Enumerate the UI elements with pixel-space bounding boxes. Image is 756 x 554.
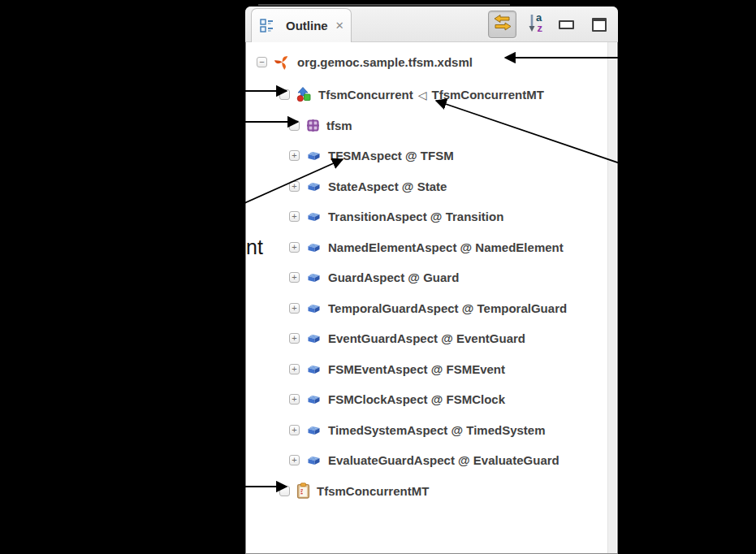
tree-node-label-target: TfsmConcurrentMT — [431, 88, 543, 102]
tree-row[interactable]: − org.gemoc.sample.tfsm.xdsml — [245, 44, 618, 80]
expand-toggle[interactable]: + — [289, 242, 300, 253]
outline-view-panel: Outline ✕ a z — [245, 6, 618, 554]
tree-row[interactable]: tfsm — [245, 110, 618, 141]
tree-row[interactable]: + NamedElementAspect @ NamedElement — [245, 232, 618, 263]
tree-node-label: org.gemoc.sample.tfsm.xdsml — [297, 55, 473, 69]
tree-row[interactable]: + EvaluateGuardAspect @ EvaluateGuard — [245, 445, 618, 476]
aspect-icon — [306, 454, 322, 466]
vertical-scrollbar[interactable] — [607, 42, 616, 553]
tree-node-label: TransitionAspect @ Transition — [328, 210, 503, 223]
expand-toggle[interactable]: + — [289, 394, 300, 405]
expand-toggle[interactable]: + — [289, 425, 300, 435]
sort-letter-z: z — [538, 22, 543, 34]
aspect-icon — [306, 241, 322, 253]
cropped-background-text: nt — [246, 236, 263, 259]
maximize-button[interactable] — [592, 18, 607, 32]
aspect-icon — [306, 424, 322, 436]
sort-alphabetical-icon: a z — [528, 11, 547, 37]
tree-node-label: tfsm — [326, 119, 352, 132]
tree-row[interactable]: + TemporalGuardAspect @ TemporalGuard — [245, 293, 618, 324]
tree-node-label: EventGuardAspect @ EventGuard — [328, 331, 525, 345]
link-with-editor-icon — [493, 13, 512, 36]
window-top-edge — [258, 4, 510, 6]
expand-toggle[interactable]: + — [289, 303, 300, 314]
tree-node-label: TfsmConcurrentMT — [317, 484, 429, 498]
tree-node-label: StateAspect @ State — [328, 180, 447, 193]
tab-outline[interactable]: Outline ✕ — [251, 8, 352, 42]
aspect-icon — [306, 180, 322, 193]
tree-node-label: FSMClockAspect @ FSMClock — [328, 392, 505, 406]
tree-row[interactable]: + TimedSystemAspect @ TimedSystem — [245, 415, 618, 446]
aspect-icon — [306, 149, 322, 162]
expand-toggle[interactable] — [289, 120, 300, 131]
expand-toggle[interactable]: + — [289, 364, 300, 374]
tree-row[interactable]: + FSMClockAspect @ FSMClock — [245, 384, 618, 415]
tree-node-label: TemporalGuardAspect @ TemporalGuard — [328, 301, 567, 315]
tree-row[interactable]: + TFSMAspect @ TFSM — [245, 141, 618, 171]
expand-toggle[interactable] — [279, 89, 290, 100]
tree-node-label: EvaluateGuardAspect @ EvaluateGuard — [328, 453, 559, 467]
expand-toggle[interactable]: + — [289, 181, 300, 192]
expand-toggle[interactable]: + — [289, 455, 300, 465]
tree-row[interactable]: + TransitionAspect @ Transition — [245, 201, 618, 232]
minimize-icon — [559, 20, 574, 29]
view-header: Outline ✕ a z — [245, 6, 618, 42]
tree-row[interactable]: + EventGuardAspect @ EventGuard — [245, 323, 618, 354]
expand-toggle[interactable]: + — [289, 211, 300, 222]
aspect-icon — [306, 302, 322, 314]
minimize-button[interactable] — [559, 20, 581, 29]
gemoc-model-icon — [274, 54, 291, 71]
tree-node-label: GuardAspect @ Guard — [328, 271, 459, 284]
tree-node-label: TFSMAspect @ TFSM — [328, 149, 454, 162]
aspect-icon — [306, 332, 322, 344]
aspect-icon — [306, 271, 322, 283]
outline-tree: − org.gemoc.sample.tfsm.xdsml — [245, 42, 618, 554]
tree-node-label: NamedElementAspect @ NamedElement — [328, 240, 564, 254]
tree-row[interactable]: + StateAspect @ State — [245, 171, 618, 202]
tree-row[interactable]: TfsmConcurrentMT — [245, 476, 618, 507]
aspect-icon — [306, 210, 322, 223]
expand-toggle[interactable]: + — [289, 333, 300, 344]
aspect-icon — [306, 393, 322, 405]
aspect-icon — [306, 363, 322, 375]
expand-toggle[interactable]: + — [289, 272, 300, 283]
sort-alphabetical-button[interactable]: a z — [528, 11, 547, 37]
tab-close-icon[interactable]: ✕ — [335, 19, 344, 32]
moc-clipboard-icon — [296, 483, 310, 499]
collapse-toggle[interactable]: − — [257, 57, 267, 67]
tab-label: Outline — [286, 19, 328, 32]
tree-node-label: TfsmConcurrent — [318, 88, 413, 102]
expand-toggle[interactable] — [279, 486, 290, 496]
outline-view-icon — [260, 19, 274, 32]
metamodel-icon — [306, 119, 320, 132]
tree-node-label: FSMEventAspect @ FSMEvent — [328, 362, 505, 376]
tree-row[interactable]: + FSMEventAspect @ FSMEvent — [245, 354, 618, 385]
tree-row[interactable]: + GuardAspect @ Guard — [245, 262, 618, 293]
tree-node-label: TimedSystemAspect @ TimedSystem — [328, 423, 546, 437]
expand-toggle[interactable]: + — [289, 150, 300, 161]
language-icon — [296, 87, 312, 102]
maximize-icon — [592, 18, 607, 32]
inherits-triangle-icon: ◁ — [418, 89, 427, 102]
view-toolbar: a z — [488, 6, 607, 42]
link-with-editor-button[interactable] — [488, 11, 516, 38]
tree-row[interactable]: TfsmConcurrent ◁ TfsmConcurrentMT — [245, 80, 618, 110]
